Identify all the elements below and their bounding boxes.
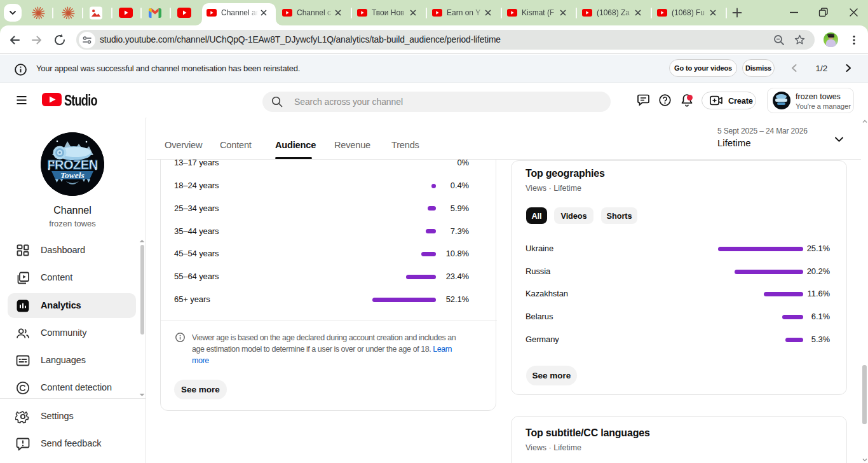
svg-text:FROZEN: FROZEN xyxy=(47,158,97,172)
svg-text:Towels: Towels xyxy=(60,170,85,180)
